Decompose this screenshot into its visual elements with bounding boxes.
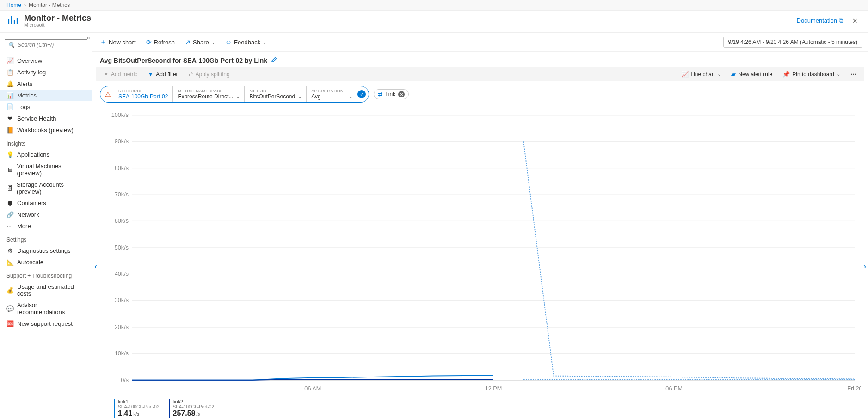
sidebar-section-header: Insights: [0, 136, 92, 149]
apply-splitting-button[interactable]: ⇄Apply splitting: [185, 69, 233, 79]
nav-label: More: [17, 223, 31, 230]
sidebar-item-activity-log[interactable]: 📋Activity log: [0, 67, 92, 78]
new-alert-rule-button[interactable]: ▰New alert rule: [728, 69, 775, 79]
nav-icon: 📄: [6, 103, 13, 110]
blade-header: Monitor - Metrics Microsoft Documentatio…: [0, 11, 868, 33]
chevron-down-icon: ⌄: [236, 94, 240, 99]
resource-selector[interactable]: RESOURCE SEA-100Gb-Port-02: [114, 86, 173, 102]
svg-text:100k/s: 100k/s: [111, 111, 129, 118]
svg-text:06 AM: 06 AM: [304, 385, 321, 392]
sidebar-section-header: Settings: [0, 232, 92, 245]
legend-resource: SEA-100Gb-Port-02: [173, 404, 215, 409]
nav-icon: 💬: [6, 305, 13, 312]
legend-item-link2[interactable]: link2SEA-100Gb-Port-02257.58/s: [169, 399, 215, 418]
documentation-link[interactable]: Documentation ⧉: [797, 17, 843, 24]
chart-scroll-right[interactable]: ›: [861, 259, 868, 274]
sidebar-item-workbooks-preview-[interactable]: 📙Workbooks (preview): [0, 124, 92, 136]
sidebar-item-autoscale[interactable]: 📐Autoscale: [0, 256, 92, 268]
chevron-down-icon: ⌄: [211, 40, 215, 45]
svg-text:0/s: 0/s: [121, 377, 129, 383]
nav-icon: 📋: [6, 69, 13, 76]
sidebar-item-usage-and-estimated-costs[interactable]: 💰Usage and estimated costs: [0, 281, 92, 299]
breadcrumb-home[interactable]: Home: [6, 2, 21, 8]
svg-text:80k/s: 80k/s: [115, 164, 129, 171]
add-filter-button[interactable]: ▼Add filter: [145, 69, 180, 79]
feedback-button[interactable]: ☺Feedback⌄: [223, 37, 268, 47]
svg-text:30k/s: 30k/s: [115, 297, 129, 304]
chevron-down-icon: ⌄: [349, 94, 352, 99]
smiley-icon: ☺: [225, 38, 232, 46]
nav-icon: 💡: [6, 151, 13, 158]
nav-icon: 🆘: [6, 320, 13, 327]
sidebar-item-storage-accounts-preview-[interactable]: 🗄Storage Accounts (preview): [0, 179, 92, 197]
legend-unit: k/s: [133, 412, 139, 417]
sidebar-item-more[interactable]: ⋯More: [0, 220, 92, 232]
split-icon: ⇄: [378, 91, 382, 97]
sidebar-item-diagnostics-settings[interactable]: ⚙Diagnostics settings: [0, 245, 92, 256]
sidebar-item-network[interactable]: 🔗Network: [0, 209, 92, 220]
chart-toolbar: ＋New chart ⟳Refresh ↗Share⌄ ☺Feedback⌄ 9…: [92, 33, 868, 52]
time-range-picker[interactable]: 9/19 4:26 AM - 9/20 4:26 AM (Automatic -…: [723, 37, 862, 48]
metric-selector[interactable]: METRIC BitsOutPerSecond⌄: [245, 86, 307, 102]
svg-text:12 PM: 12 PM: [485, 385, 502, 392]
pin-dashboard-button[interactable]: 📌Pin to dashboard⌄: [780, 69, 843, 79]
sidebar-item-advisor-recommendations[interactable]: 💬Advisor recommendations: [0, 299, 92, 318]
svg-text:50k/s: 50k/s: [115, 244, 129, 251]
sidebar-item-applications[interactable]: 💡Applications: [0, 149, 92, 160]
sidebar-section-header: Support + Troubleshooting: [0, 268, 92, 281]
add-metric-icon: ✦: [104, 71, 109, 78]
refresh-button[interactable]: ⟳Refresh: [144, 37, 177, 47]
svg-text:40k/s: 40k/s: [115, 270, 129, 277]
sidebar-item-overview[interactable]: 📈Overview: [0, 55, 92, 67]
sidebar-item-virtual-machines-preview-[interactable]: 🖥Virtual Machines (preview): [0, 160, 92, 179]
nav-icon: ❤: [6, 115, 13, 122]
sidebar-item-metrics[interactable]: 📊Metrics: [0, 90, 92, 101]
chart-legend: link1SEA-100Gb-Port-021.41k/slink2SEA-10…: [100, 395, 861, 420]
chevron-down-icon: ⌄: [717, 72, 721, 77]
nav-label: Usage and estimated costs: [17, 283, 86, 297]
nav-icon: 📊: [6, 92, 13, 99]
filter-icon: ▼: [148, 71, 154, 78]
metric-selector-row: ⚠ RESOURCE SEA-100Gb-Port-02 METRIC NAME…: [92, 81, 868, 107]
chart-type-dropdown[interactable]: 📈Line chart⌄: [678, 69, 724, 79]
aggregation-selector[interactable]: AGGREGATION Avg⌄: [307, 86, 357, 102]
split-by-pill[interactable]: ⇄ Link ✕: [374, 89, 409, 99]
sidebar: « 🔍 📈Overview📋Activity log🔔Alerts📊Metric…: [0, 33, 92, 420]
chart-scroll-left[interactable]: ‹: [92, 259, 100, 274]
close-button[interactable]: ✕: [850, 15, 861, 26]
remove-split-icon[interactable]: ✕: [398, 91, 405, 97]
metrics-line-chart[interactable]: 0/s10k/s20k/s30k/s40k/s50k/s60k/s70k/s80…: [100, 109, 861, 395]
nav-icon: 💰: [6, 287, 13, 294]
sidebar-item-service-health[interactable]: ❤Service Health: [0, 113, 92, 124]
breadcrumb-current: Monitor - Metrics: [29, 2, 70, 8]
more-menu-button[interactable]: ⋯: [848, 69, 860, 79]
nav-icon: ⋯: [6, 223, 13, 230]
nav-label: Workbooks (preview): [17, 127, 74, 134]
share-icon: ↗: [185, 38, 191, 46]
sidebar-search[interactable]: 🔍: [5, 39, 87, 50]
sidebar-item-alerts[interactable]: 🔔Alerts: [0, 78, 92, 90]
sidebar-item-logs[interactable]: 📄Logs: [0, 101, 92, 113]
nav-label: Advisor recommendations: [17, 302, 86, 316]
search-input[interactable]: [18, 42, 87, 48]
sidebar-item-containers[interactable]: ⬢Containers: [0, 197, 92, 209]
legend-item-link1[interactable]: link1SEA-100Gb-Port-021.41k/s: [114, 399, 160, 418]
nav-icon: 🔗: [6, 211, 13, 218]
legend-series-name: link2: [173, 399, 215, 404]
namespace-selector[interactable]: METRIC NAMESPACE ExpressRoute Direct...⌄: [173, 86, 245, 102]
nav-label: Service Health: [17, 115, 56, 122]
refresh-icon: ⟳: [146, 38, 152, 46]
page-title: Monitor - Metrics: [24, 13, 91, 23]
nav-label: Activity log: [17, 69, 46, 76]
sidebar-collapse-toggle[interactable]: «: [87, 35, 90, 41]
nav-icon: ⬢: [6, 200, 13, 207]
monitor-icon: [7, 14, 19, 27]
share-button[interactable]: ↗Share⌄: [183, 37, 217, 47]
edit-title-icon[interactable]: [271, 56, 277, 64]
alert-icon: ▰: [731, 71, 736, 78]
nav-label: Logs: [17, 103, 30, 110]
add-metric-button[interactable]: ✦Add metric: [101, 69, 140, 79]
sidebar-item-new-support-request[interactable]: 🆘New support request: [0, 318, 92, 329]
new-chart-button[interactable]: ＋New chart: [98, 37, 138, 48]
confirm-metric-icon[interactable]: ✓: [357, 90, 366, 98]
